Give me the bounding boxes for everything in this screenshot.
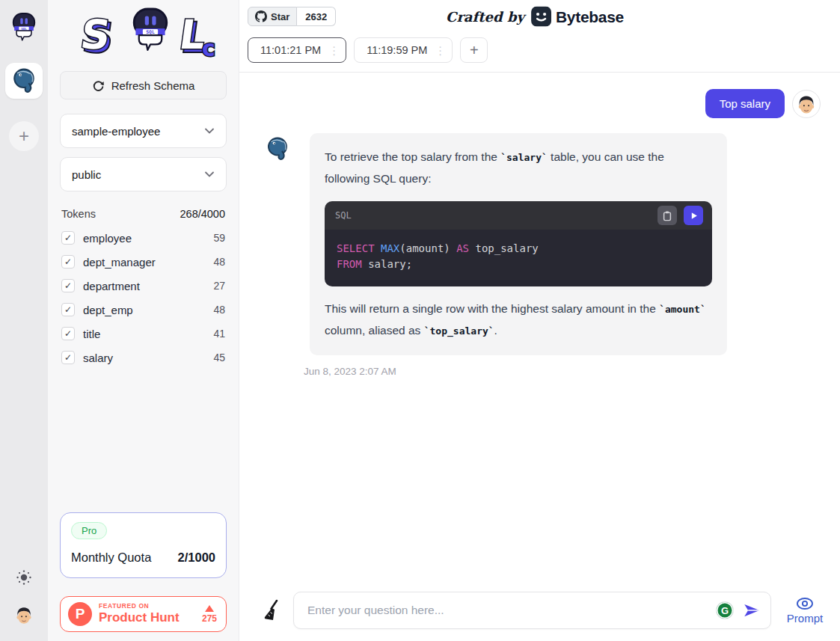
- table-token-count: 48: [213, 304, 225, 316]
- left-rail: +: [0, 0, 48, 641]
- plus-icon: +: [19, 126, 29, 147]
- table-token-count: 41: [213, 328, 225, 340]
- tab-label: 11:19:59 PM: [367, 44, 427, 56]
- star-count: 2632: [297, 7, 336, 26]
- chat-area: Top salary To retrieve the top salary fr…: [239, 73, 840, 584]
- inline-code: `amount`: [659, 304, 706, 315]
- connection-postgresql[interactable]: [5, 63, 43, 99]
- upvote-count: 275: [202, 613, 217, 624]
- table-name: title: [83, 328, 213, 340]
- sqlchat-bot-icon[interactable]: [10, 12, 38, 43]
- pro-badge: Pro: [71, 522, 107, 539]
- plus-icon: +: [470, 42, 479, 59]
- database-select-value: sample-employee: [72, 125, 160, 138]
- table-row: ✓ dept_manager 48: [60, 250, 227, 274]
- table-checkbox[interactable]: ✓: [61, 279, 75, 292]
- table-row: ✓ dept_emp 48: [60, 298, 227, 322]
- table-name: dept_emp: [83, 304, 213, 316]
- add-connection-button[interactable]: +: [9, 121, 39, 151]
- inline-code: `top_salary`: [424, 325, 494, 337]
- table-checkbox[interactable]: ✓: [61, 327, 75, 340]
- refresh-schema-button[interactable]: Refresh Schema: [60, 71, 227, 99]
- eye-icon: [795, 596, 815, 611]
- table-checkbox[interactable]: ✓: [61, 351, 75, 364]
- table-checkbox[interactable]: ✓: [61, 303, 75, 316]
- tab-menu-icon[interactable]: ⋮: [328, 45, 340, 56]
- prompt-label: Prompt: [787, 612, 823, 625]
- table-row: ✓ department 27: [60, 274, 227, 298]
- table-row: ✓ title 41: [60, 322, 227, 346]
- upvote-block: 275: [202, 605, 217, 624]
- question-input-container: G: [293, 592, 771, 629]
- table-row: ✓ employee 59: [60, 226, 227, 250]
- code-block-header: SQL: [325, 201, 712, 230]
- question-input[interactable]: [306, 603, 717, 618]
- clipboard-icon: [662, 210, 672, 221]
- inline-code: `salary`: [500, 152, 548, 163]
- table-token-count: 27: [213, 280, 225, 292]
- grammarly-icon[interactable]: G: [717, 602, 733, 619]
- tokens-label: Tokens: [61, 208, 96, 220]
- quota-label: Monthly Quota: [71, 550, 151, 565]
- product-hunt-label: Product Hunt: [99, 611, 180, 625]
- new-conversation-button[interactable]: +: [460, 37, 488, 63]
- upvote-icon: [205, 605, 214, 612]
- bytebase-wordmark: Bytebase: [556, 7, 624, 25]
- main-header: Star 2632 Crafted by Bytebase: [239, 0, 840, 73]
- main-panel: Star 2632 Crafted by Bytebase: [239, 0, 840, 641]
- conversation-tab[interactable]: 11:19:59 PM ⋮: [354, 37, 453, 63]
- user-profile-avatar[interactable]: [13, 604, 35, 628]
- chevron-down-icon: [204, 127, 215, 135]
- table-row: ✓ salary 45: [60, 346, 227, 369]
- crafted-by-label: Crafted by: [446, 9, 524, 25]
- composer: G Prompt: [239, 584, 840, 641]
- crafted-by-bytebase[interactable]: Crafted by Bytebase: [446, 7, 624, 27]
- postgresql-icon: [10, 67, 37, 94]
- code-language-label: SQL: [335, 210, 352, 221]
- user-message-bubble: Top salary: [705, 89, 785, 118]
- monthly-quota-row: Monthly Quota 2/1000: [71, 550, 215, 565]
- prompt-button[interactable]: Prompt: [782, 596, 828, 625]
- table-checkbox[interactable]: ✓: [61, 231, 75, 245]
- bytebase-logo-icon: [531, 7, 551, 27]
- assistant-paragraph: To retrieve the top salary from the `sal…: [325, 147, 712, 189]
- tab-menu-icon[interactable]: ⋮: [435, 45, 446, 56]
- conversation-tabs: 11:01:21 PM ⋮ 11:19:59 PM ⋮ +: [248, 37, 822, 63]
- schema-select[interactable]: public: [60, 157, 227, 191]
- code-body: SELECT MAX(amount) AS top_salary FROM sa…: [325, 230, 712, 286]
- quota-value: 2/1000: [178, 550, 215, 565]
- sqlchat-logo: S S L L c: [60, 4, 227, 63]
- clear-conversation-broom-icon[interactable]: [262, 599, 283, 622]
- table-name: dept_manager: [83, 256, 213, 269]
- chevron-down-icon: [204, 171, 215, 178]
- table-checkbox[interactable]: ✓: [61, 255, 75, 269]
- send-button[interactable]: [742, 601, 761, 620]
- svg-text:c: c: [202, 35, 215, 61]
- assistant-message-bubble: To retrieve the top salary from the `sal…: [310, 133, 727, 355]
- copy-code-button[interactable]: [657, 206, 677, 225]
- product-hunt-badge[interactable]: P FEATURED ON Product Hunt 275: [60, 596, 227, 632]
- refresh-schema-label: Refresh Schema: [111, 79, 195, 92]
- play-icon: [689, 211, 699, 221]
- run-query-button[interactable]: [684, 206, 703, 225]
- database-select[interactable]: sample-employee: [60, 114, 227, 148]
- conversation-tab-active[interactable]: 11:01:21 PM ⋮: [248, 37, 346, 63]
- tokens-value: 268/4000: [180, 208, 225, 220]
- user-message-row: Top salary: [265, 89, 821, 118]
- star-label: Star: [271, 11, 289, 22]
- table-token-count: 45: [213, 352, 225, 364]
- github-star-button[interactable]: Star 2632: [248, 7, 336, 26]
- table-token-count: 48: [213, 256, 225, 268]
- tab-label: 11:01:21 PM: [260, 44, 321, 56]
- sidebar: S S L L c Refresh Schema sample-employee: [48, 0, 239, 641]
- assistant-message-row: To retrieve the top salary from the `sal…: [265, 133, 821, 355]
- code-line: SELECT MAX(amount) AS top_salary: [337, 241, 700, 257]
- table-name: employee: [83, 232, 213, 245]
- pro-quota-card: Pro Monthly Quota 2/1000: [60, 512, 227, 578]
- table-token-count: 59: [213, 232, 225, 244]
- sqlchat-app: + S S L L: [0, 0, 840, 641]
- theme-toggle-sun-icon[interactable]: [16, 569, 32, 586]
- sql-code-block: SQL: [325, 201, 712, 286]
- user-avatar: [792, 90, 821, 118]
- featured-on-label: FEATURED ON: [99, 603, 180, 610]
